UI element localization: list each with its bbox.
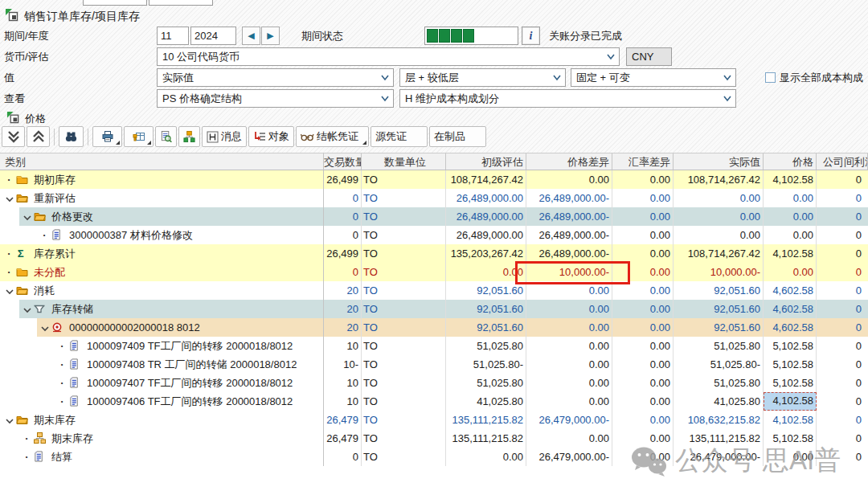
cell-exch-diff[interactable]: 0.00 [612,263,674,281]
cell-primary[interactable]: 92,051.60 [446,281,526,300]
cell-ic[interactable]: 0 [817,244,868,263]
cell-category[interactable]: 库存转储 [0,300,324,318]
cell-ic[interactable]: 0 [817,374,868,392]
cell-qty[interactable]: 26,499 [324,170,362,189]
cell-primary[interactable]: 26,489,000.00 [446,189,526,207]
cell-unit[interactable]: TO [362,300,446,318]
cell-qty[interactable]: 26,499 [324,244,362,263]
cell-price-diff[interactable]: 26,479,000.00- [526,448,612,466]
display-document-button[interactable] [155,126,177,147]
cell-primary[interactable]: 135,111,215.82 [446,429,526,448]
cell-exch-diff[interactable]: 0.00 [612,318,674,337]
table-row[interactable]: ·1000097408 TR 工厂间的转储 2000018/801210-TO5… [0,355,868,374]
cell-unit[interactable]: TO [362,337,446,355]
cell-price[interactable]: 4,102.58 [764,244,817,263]
cell-exch-diff[interactable]: 0.00 [612,226,674,244]
cell-category[interactable]: 000000000002000018 8012 [0,318,324,337]
cell-qty[interactable]: 0 [324,263,362,281]
cell-category[interactable]: ·1000097409 TF工厂间的转移 2000018/8012 [0,337,324,355]
currency-select[interactable]: 10 公司代码货币 [157,47,620,66]
cell-qty[interactable]: 0 [324,189,362,207]
cell-category[interactable]: ·期初库存 [0,170,324,189]
cell-qty[interactable]: 10 [324,392,362,411]
cell-exch-diff[interactable]: 0.00 [612,355,674,374]
table-row[interactable]: 消耗20TO92,051.600.000.0092,051.604,602.58… [0,281,868,300]
table-row[interactable]: ·1000097407 TF工厂间的转移 2000018/801210TO51,… [0,374,868,392]
cell-primary[interactable]: 0.00 [446,263,526,281]
cell-category[interactable]: ·3000000387 材料价格修改 [0,226,324,244]
column-header[interactable]: 汇率差异 [612,153,674,170]
cell-actual[interactable]: 0.00 [674,189,764,207]
cell-primary[interactable]: 51,025.80 [446,337,526,355]
cell-qty[interactable]: 0 [324,226,362,244]
cell-price[interactable]: 5,102.58 [764,355,817,374]
cell-category[interactable]: ·1000097406 TF工厂间的转移 2000018/8012 [0,392,324,411]
column-header[interactable]: 数量单位 [362,153,446,170]
cell-price[interactable]: 4,602.58 [764,318,817,337]
cell-category[interactable]: 消耗 [0,281,324,300]
cell-unit[interactable]: TO [362,374,446,392]
expand-all-button[interactable] [2,126,25,147]
cell-ic[interactable]: 0 [817,337,868,355]
collapse-node-icon[interactable] [39,318,51,337]
cell-qty[interactable]: 0 [324,207,362,226]
cell-unit[interactable]: TO [362,170,446,189]
cell-qty[interactable]: 20 [324,300,362,318]
cell-qty[interactable]: 20 [324,281,362,300]
export-table-button[interactable] [124,126,154,147]
cell-qty[interactable]: 26,479 [324,429,362,448]
cell-exch-diff[interactable]: 0.00 [612,170,674,189]
cell-price[interactable]: 4,602.58 [764,281,817,300]
objects-button[interactable]: 对象 [248,126,294,147]
cell-actual[interactable]: 92,051.60 [674,300,764,318]
cell-primary[interactable]: 26,489,000.00 [446,207,526,226]
find-button[interactable] [59,126,84,147]
column-header[interactable]: 交易数量 [324,153,362,170]
cell-exch-diff[interactable]: 0.00 [612,374,674,392]
cell-ic[interactable]: 0 [817,207,868,226]
cell-unit[interactable]: TO [362,448,446,466]
cell-ic[interactable]: 0 [817,392,868,411]
cell-category[interactable]: 期末库存 [0,411,324,429]
cell-actual[interactable]: 51,025.80 [674,374,764,392]
closing-documents-button[interactable]: 结帐凭证 [296,126,369,147]
cell-price-diff[interactable]: 0.00 [526,170,612,189]
collapse-node-icon[interactable] [3,411,15,429]
cell-exch-diff[interactable]: 0.00 [612,207,674,226]
collapse-all-button[interactable] [27,126,50,147]
collapse-node-icon[interactable] [21,300,33,318]
table-row[interactable]: ·3000000387 材料价格修改0TO26,489,000.0026,489… [0,226,868,244]
cell-category[interactable]: ·期末库存 [0,429,324,448]
table-row[interactable]: 库存转储20TO92,051.600.000.0092,051.604,602.… [0,300,868,318]
cell-price-diff[interactable]: 26,489,000.00- [526,207,612,226]
year-input[interactable] [190,27,236,45]
cell-primary[interactable]: 135,111,215.82 [446,411,526,429]
cell-exch-diff[interactable]: 0.00 [612,189,674,207]
table-row[interactable]: 期末库存26,479TO135,111,215.8226,479,000.00-… [0,411,868,429]
cell-actual[interactable]: 108,632,215.82 [674,411,764,429]
collapse-node-icon[interactable] [3,189,15,207]
info-button[interactable]: i [522,27,540,45]
cell-unit[interactable]: TO [362,226,446,244]
cell-category[interactable]: 重新评估 [0,189,324,207]
cell-ic[interactable]: 0 [817,189,868,207]
column-header[interactable]: 公司间利润 [817,153,868,170]
cell-primary[interactable]: 51,025.80 [446,374,526,392]
cell-category[interactable]: ·结算 [0,448,324,466]
cell-price-diff[interactable]: 26,489,000.00- [526,189,612,207]
cell-exch-diff[interactable]: 0.00 [612,281,674,300]
cell-price[interactable]: 0.00 [764,189,817,207]
print-button[interactable] [92,126,122,147]
cell-category[interactable]: ·1000097408 TR 工厂间的转储 2000018/8012 [0,355,324,374]
messages-button[interactable]: 消息 [202,126,247,147]
table-row[interactable]: ·期初库存26,499TO108,714,267.420.000.00108,7… [0,170,868,189]
collapse-node-icon[interactable] [21,207,33,226]
table-row[interactable]: ·1000097406 TF工厂间的转移 2000018/801210TO41,… [0,392,868,411]
cell-price-diff[interactable]: 0.00 [526,392,612,411]
cell-primary[interactable]: 26,489,000.00 [446,226,526,244]
column-header[interactable]: 实际值 [674,153,764,170]
cell-unit[interactable]: TO [362,429,446,448]
cell-price-diff[interactable]: 0.00 [526,374,612,392]
cell-ic[interactable]: 0 [817,318,868,337]
cell-exch-diff[interactable]: 0.00 [612,337,674,355]
